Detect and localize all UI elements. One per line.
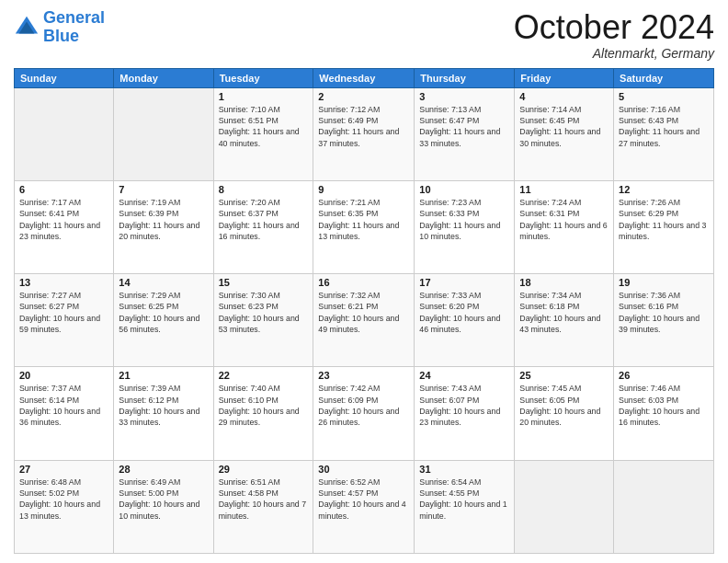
day-number: 17: [419, 277, 509, 288]
logo-line1: General: [43, 8, 105, 27]
day-info: Sunrise: 7:27 AM Sunset: 6:27 PM Dayligh…: [19, 290, 108, 335]
day-cell: 17Sunrise: 7:33 AM Sunset: 6:20 PM Dayli…: [415, 274, 515, 367]
day-number: 19: [619, 277, 709, 288]
week-row-5: 27Sunrise: 6:48 AM Sunset: 5:02 PM Dayli…: [15, 460, 714, 553]
day-cell: 31Sunrise: 6:54 AM Sunset: 4:55 PM Dayli…: [415, 460, 515, 553]
day-number: 2: [318, 91, 409, 102]
day-info: Sunrise: 6:54 AM Sunset: 4:55 PM Dayligh…: [419, 477, 509, 522]
day-info: Sunrise: 6:49 AM Sunset: 5:00 PM Dayligh…: [119, 477, 208, 522]
weekday-header-friday: Friday: [515, 68, 614, 87]
day-cell: 19Sunrise: 7:36 AM Sunset: 6:16 PM Dayli…: [614, 274, 714, 367]
day-number: 29: [219, 464, 309, 475]
day-number: 21: [119, 370, 208, 381]
day-number: 23: [318, 370, 409, 381]
day-cell: 26Sunrise: 7:46 AM Sunset: 6:03 PM Dayli…: [614, 367, 714, 460]
day-info: Sunrise: 7:33 AM Sunset: 6:20 PM Dayligh…: [419, 290, 509, 335]
day-number: 1: [219, 91, 309, 102]
day-number: 25: [519, 370, 609, 381]
day-cell: 6Sunrise: 7:17 AM Sunset: 6:41 PM Daylig…: [15, 180, 114, 273]
day-cell: 23Sunrise: 7:42 AM Sunset: 6:09 PM Dayli…: [313, 367, 415, 460]
day-cell: 20Sunrise: 7:37 AM Sunset: 6:14 PM Dayli…: [15, 367, 114, 460]
day-cell: 8Sunrise: 7:20 AM Sunset: 6:37 PM Daylig…: [213, 180, 313, 273]
weekday-header-thursday: Thursday: [415, 68, 515, 87]
calendar-table: SundayMondayTuesdayWednesdayThursdayFrid…: [14, 68, 714, 554]
day-cell: 29Sunrise: 6:51 AM Sunset: 4:58 PM Dayli…: [213, 460, 313, 553]
day-cell: 4Sunrise: 7:14 AM Sunset: 6:45 PM Daylig…: [515, 87, 614, 180]
day-info: Sunrise: 7:40 AM Sunset: 6:10 PM Dayligh…: [219, 383, 309, 428]
day-info: Sunrise: 6:51 AM Sunset: 4:58 PM Dayligh…: [219, 477, 309, 522]
weekday-header-tuesday: Tuesday: [213, 68, 313, 87]
logo: General Blue: [14, 9, 105, 46]
day-info: Sunrise: 7:45 AM Sunset: 6:05 PM Dayligh…: [519, 383, 609, 428]
day-info: Sunrise: 7:36 AM Sunset: 6:16 PM Dayligh…: [619, 290, 709, 335]
day-number: 27: [19, 464, 108, 475]
day-info: Sunrise: 7:39 AM Sunset: 6:12 PM Dayligh…: [119, 383, 208, 428]
day-cell: 25Sunrise: 7:45 AM Sunset: 6:05 PM Dayli…: [515, 367, 614, 460]
day-cell: 9Sunrise: 7:21 AM Sunset: 6:35 PM Daylig…: [313, 180, 415, 273]
day-cell: 2Sunrise: 7:12 AM Sunset: 6:49 PM Daylig…: [313, 87, 415, 180]
day-number: 6: [19, 184, 108, 195]
day-number: 22: [219, 370, 309, 381]
weekday-header-monday: Monday: [114, 68, 213, 87]
day-info: Sunrise: 7:29 AM Sunset: 6:25 PM Dayligh…: [119, 290, 208, 335]
day-number: 18: [519, 277, 609, 288]
month-title: October 2024: [514, 9, 714, 46]
day-info: Sunrise: 7:20 AM Sunset: 6:37 PM Dayligh…: [219, 197, 309, 242]
day-number: 11: [519, 184, 609, 195]
day-cell: [614, 460, 714, 553]
day-info: Sunrise: 7:19 AM Sunset: 6:39 PM Dayligh…: [119, 197, 208, 242]
day-number: 24: [419, 370, 509, 381]
day-info: Sunrise: 7:32 AM Sunset: 6:21 PM Dayligh…: [318, 290, 409, 335]
day-number: 12: [619, 184, 709, 195]
logo-line2: Blue: [43, 27, 79, 45]
day-info: Sunrise: 7:16 AM Sunset: 6:43 PM Dayligh…: [619, 104, 709, 149]
day-info: Sunrise: 7:21 AM Sunset: 6:35 PM Dayligh…: [318, 197, 409, 242]
day-cell: 30Sunrise: 6:52 AM Sunset: 4:57 PM Dayli…: [313, 460, 415, 553]
day-info: Sunrise: 7:34 AM Sunset: 6:18 PM Dayligh…: [519, 290, 609, 335]
day-number: 26: [619, 370, 709, 381]
day-cell: 24Sunrise: 7:43 AM Sunset: 6:07 PM Dayli…: [415, 367, 515, 460]
logo-icon: [14, 15, 40, 40]
day-cell: [15, 87, 114, 180]
day-info: Sunrise: 7:37 AM Sunset: 6:14 PM Dayligh…: [19, 383, 108, 428]
day-number: 16: [318, 277, 409, 288]
page: General Blue October 2024 Altenmarkt, Ge…: [0, 0, 728, 563]
day-cell: 27Sunrise: 6:48 AM Sunset: 5:02 PM Dayli…: [15, 460, 114, 553]
week-row-2: 6Sunrise: 7:17 AM Sunset: 6:41 PM Daylig…: [15, 180, 714, 273]
day-info: Sunrise: 7:10 AM Sunset: 6:51 PM Dayligh…: [219, 104, 309, 149]
day-cell: 3Sunrise: 7:13 AM Sunset: 6:47 PM Daylig…: [415, 87, 515, 180]
day-number: 15: [219, 277, 309, 288]
weekday-header-sunday: Sunday: [15, 68, 114, 87]
day-number: 10: [419, 184, 509, 195]
day-number: 13: [19, 277, 108, 288]
day-number: 31: [419, 464, 509, 475]
day-number: 9: [318, 184, 409, 195]
day-number: 7: [119, 184, 208, 195]
location: Altenmarkt, Germany: [514, 46, 714, 61]
day-number: 28: [119, 464, 208, 475]
day-info: Sunrise: 7:13 AM Sunset: 6:47 PM Dayligh…: [419, 104, 509, 149]
day-cell: 21Sunrise: 7:39 AM Sunset: 6:12 PM Dayli…: [114, 367, 213, 460]
day-cell: 16Sunrise: 7:32 AM Sunset: 6:21 PM Dayli…: [313, 274, 415, 367]
day-cell: [515, 460, 614, 553]
day-cell: 5Sunrise: 7:16 AM Sunset: 6:43 PM Daylig…: [614, 87, 714, 180]
week-row-1: 1Sunrise: 7:10 AM Sunset: 6:51 PM Daylig…: [15, 87, 714, 180]
day-info: Sunrise: 6:52 AM Sunset: 4:57 PM Dayligh…: [318, 477, 409, 522]
day-number: 14: [119, 277, 208, 288]
day-cell: 12Sunrise: 7:26 AM Sunset: 6:29 PM Dayli…: [614, 180, 714, 273]
day-cell: 7Sunrise: 7:19 AM Sunset: 6:39 PM Daylig…: [114, 180, 213, 273]
day-number: 5: [619, 91, 709, 102]
day-number: 4: [519, 91, 609, 102]
day-cell: [114, 87, 213, 180]
day-number: 20: [19, 370, 108, 381]
day-cell: 13Sunrise: 7:27 AM Sunset: 6:27 PM Dayli…: [15, 274, 114, 367]
weekday-header-row: SundayMondayTuesdayWednesdayThursdayFrid…: [15, 68, 714, 87]
day-number: 8: [219, 184, 309, 195]
day-info: Sunrise: 7:42 AM Sunset: 6:09 PM Dayligh…: [318, 383, 409, 428]
day-info: Sunrise: 6:48 AM Sunset: 5:02 PM Dayligh…: [19, 477, 108, 522]
weekday-header-wednesday: Wednesday: [313, 68, 415, 87]
week-row-3: 13Sunrise: 7:27 AM Sunset: 6:27 PM Dayli…: [15, 274, 714, 367]
logo-text: General Blue: [43, 9, 105, 46]
day-info: Sunrise: 7:23 AM Sunset: 6:33 PM Dayligh…: [419, 197, 509, 242]
day-cell: 1Sunrise: 7:10 AM Sunset: 6:51 PM Daylig…: [213, 87, 313, 180]
